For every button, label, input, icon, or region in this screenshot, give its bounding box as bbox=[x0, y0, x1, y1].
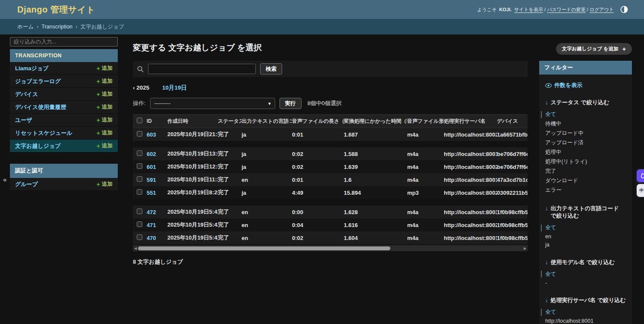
user-link[interactable]: パスワードの変更 bbox=[547, 7, 585, 12]
user-link[interactable]: サイトを表示 bbox=[514, 7, 543, 12]
breadcrumb-link[interactable]: ホーム bbox=[17, 23, 34, 31]
row-checkbox[interactable] bbox=[137, 176, 142, 182]
sidebar-item-ジョブエラーログ[interactable]: ジョブエラーログ+追加 bbox=[10, 75, 118, 88]
filter-option[interactable]: en bbox=[545, 233, 626, 241]
search-button[interactable]: 検索 bbox=[260, 63, 282, 75]
sidebar-item-label[interactable]: リセットスケジュール bbox=[15, 129, 72, 137]
sidebar-add-link[interactable]: +追加 bbox=[97, 90, 113, 98]
column-header-処理実行サーバ名[interactable]: 処理実行サーバ名 bbox=[444, 118, 497, 125]
sidebar-module: TRANSCRIPTIONLlamaジョブ+追加ジョブエラーログ+追加デバイス+… bbox=[10, 49, 118, 153]
select-all-checkbox[interactable] bbox=[137, 118, 142, 123]
column-header-作成日時[interactable]: 作成日時 bbox=[167, 118, 218, 125]
row-id-link[interactable]: 602 bbox=[147, 151, 156, 157]
row-id-link[interactable]: 551 bbox=[147, 190, 156, 196]
search-input[interactable] bbox=[148, 64, 256, 74]
theme-toggle-icon[interactable] bbox=[620, 5, 628, 14]
result-count: 8 文字お越しジョブ bbox=[133, 258, 528, 266]
sidebar-item-label[interactable]: ユーザ bbox=[15, 116, 32, 124]
filter-option[interactable]: 全て bbox=[545, 223, 626, 233]
sidebar-add-link[interactable]: +追加 bbox=[97, 116, 113, 124]
sidebar-add-link[interactable]: +追加 bbox=[97, 78, 113, 85]
row-id-link[interactable]: 470 bbox=[147, 235, 156, 241]
row-checkbox[interactable] bbox=[137, 189, 142, 195]
filter-option[interactable]: 完了 bbox=[545, 167, 626, 176]
site-title-link[interactable]: Django 管理サイト bbox=[17, 4, 95, 16]
column-header-ステータス[interactable]: ステータス bbox=[218, 118, 242, 125]
filter-option[interactable]: - bbox=[545, 279, 626, 287]
user-link[interactable]: ログアウト bbox=[590, 7, 614, 12]
filter-option[interactable]: エラー bbox=[545, 186, 626, 195]
sidebar-collapse-button[interactable]: « bbox=[0, 34, 10, 324]
show-counts-link[interactable]: 件数を表示 bbox=[545, 81, 626, 89]
sidebar-add-link[interactable]: +追加 bbox=[97, 65, 113, 72]
row-id-cell: 602 bbox=[147, 151, 167, 157]
row-lang-cell: en bbox=[242, 177, 292, 183]
filter-option[interactable]: 全て bbox=[545, 110, 626, 119]
row-id-link[interactable]: 601 bbox=[147, 164, 156, 170]
filter-option[interactable]: アップロード済 bbox=[545, 138, 626, 148]
plus-icon: + bbox=[97, 78, 100, 84]
filter-option[interactable]: 全て bbox=[545, 308, 626, 317]
row-id-link[interactable]: 472 bbox=[147, 209, 156, 215]
scroll-right-icon[interactable]: ▶ bbox=[522, 246, 528, 250]
row-server-cell: http://localhost:8001 bbox=[444, 151, 497, 157]
column-header-音声ファイルの長さ（分）[interactable]: 音声ファイルの長さ（分） bbox=[292, 118, 344, 125]
sidebar-filter-input[interactable] bbox=[10, 37, 118, 47]
row-length-cell: 0:02 bbox=[292, 164, 344, 170]
plus-icon: + bbox=[97, 104, 100, 110]
row-elapsed-cell: 1.6 bbox=[344, 177, 407, 183]
filter-option[interactable]: 処理中(リトライ) bbox=[545, 157, 626, 167]
sidebar-item-label[interactable]: 文字お越しジョブ bbox=[15, 142, 61, 150]
filter-option[interactable]: ja bbox=[545, 241, 626, 249]
row-id-link[interactable]: 591 bbox=[147, 177, 156, 183]
sidebar-item-ユーザ[interactable]: ユーザ+追加 bbox=[10, 114, 118, 127]
horizontal-scrollbar[interactable]: ◀ ▶ bbox=[133, 245, 528, 251]
sidebar-item-label[interactable]: デバイス使用量履歴 bbox=[15, 103, 66, 111]
sidebar-item-Llamaジョブ[interactable]: Llamaジョブ+追加 bbox=[10, 62, 118, 75]
filter-option[interactable]: 待機中 bbox=[545, 119, 626, 129]
breadcrumb-separator-icon: › bbox=[37, 24, 38, 30]
date-hierarchy-back-link[interactable]: ‹ 2025 bbox=[133, 84, 149, 91]
row-id-link[interactable]: 471 bbox=[147, 222, 156, 228]
column-header-デバイス[interactable]: デバイス bbox=[497, 118, 528, 125]
sidebar-item-文字お越しジョブ[interactable]: 文字お越しジョブ+追加 bbox=[10, 140, 118, 153]
row-checkbox[interactable] bbox=[137, 131, 142, 137]
action-select[interactable]: --------- ▾ bbox=[150, 98, 275, 109]
row-checkbox[interactable] bbox=[137, 234, 142, 240]
sidebar-item-label[interactable]: Llamaジョブ bbox=[15, 65, 49, 72]
scrollbar-thumb[interactable] bbox=[138, 246, 390, 250]
row-created-cell: 2025年10月19日11:32 bbox=[167, 176, 218, 184]
column-header-出力テキストの言語コード[interactable]: 出力テキストの言語コード bbox=[242, 118, 292, 125]
sidebar-item-デバイス[interactable]: デバイス+追加 bbox=[10, 88, 118, 101]
sidebar-add-link[interactable]: +追加 bbox=[97, 129, 113, 137]
filter-option[interactable]: 全て bbox=[545, 269, 626, 279]
sidebar-add-link[interactable]: +追加 bbox=[97, 103, 113, 111]
row-checkbox[interactable] bbox=[137, 221, 142, 227]
filter-option[interactable]: 処理中 bbox=[545, 148, 626, 157]
filter-option[interactable]: アップロード中 bbox=[545, 129, 626, 138]
scroll-left-icon[interactable]: ◀ bbox=[133, 246, 138, 250]
sidebar-item-label[interactable]: デバイス bbox=[15, 90, 38, 98]
row-checkbox[interactable] bbox=[137, 163, 142, 169]
filter-option[interactable]: ダウンロード bbox=[545, 176, 626, 186]
sidebar-item-デバイス使用量履歴[interactable]: デバイス使用量履歴+追加 bbox=[10, 101, 118, 114]
column-header-変換処理にかかった時間（秒）[interactable]: 変換処理にかかった時間（秒） bbox=[344, 118, 407, 125]
extension-translate-button[interactable]: 中A bbox=[637, 184, 644, 197]
column-header-ID[interactable]: ID bbox=[147, 118, 167, 124]
sidebar-item-label[interactable]: グループ bbox=[15, 181, 38, 188]
row-id-link[interactable]: 603 bbox=[147, 131, 156, 138]
filter-option[interactable]: http://localhost:8001 bbox=[545, 317, 626, 324]
sidebar-item-グループ[interactable]: グループ+追加 bbox=[10, 178, 118, 191]
breadcrumb-link[interactable]: Transcription bbox=[41, 24, 72, 30]
sidebar-add-link[interactable]: +追加 bbox=[97, 181, 113, 188]
sidebar-item-リセットスケジュール[interactable]: リセットスケジュール+追加 bbox=[10, 127, 118, 140]
run-action-button[interactable]: 実行 bbox=[280, 98, 302, 109]
date-hierarchy-day-link[interactable]: 10月19日 bbox=[162, 84, 187, 91]
sidebar-item-label[interactable]: ジョブエラーログ bbox=[15, 78, 61, 85]
sidebar-add-link[interactable]: +追加 bbox=[97, 142, 113, 150]
row-checkbox[interactable] bbox=[137, 209, 142, 214]
add-object-button[interactable]: 文字お越しジョブ を追加 + bbox=[556, 43, 632, 55]
column-header-音声ファイル形式[interactable]: 音声ファイル形式 bbox=[407, 118, 444, 125]
row-checkbox[interactable] bbox=[137, 150, 142, 156]
extension-gesture-button[interactable] bbox=[637, 169, 644, 182]
